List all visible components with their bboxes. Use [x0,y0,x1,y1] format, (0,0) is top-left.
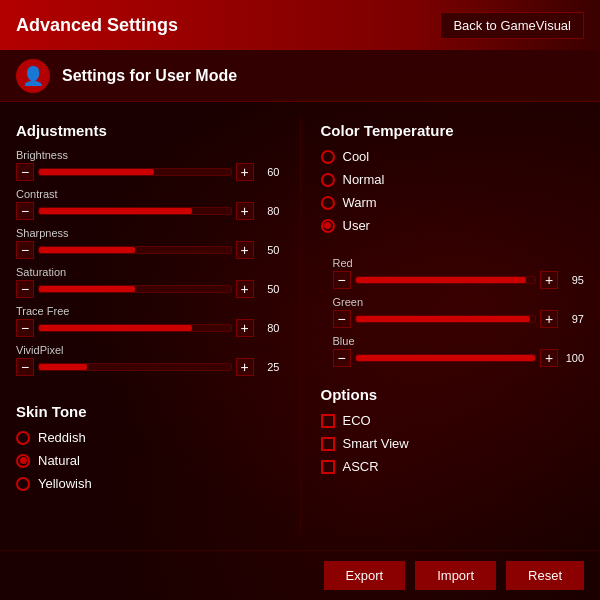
slider-row-trace-free: Trace Free − + 80 [16,305,280,337]
slider-value: 80 [258,205,280,217]
reset-button[interactable]: Reset [506,561,584,590]
slider-track[interactable] [38,363,232,371]
slider-controls: − + 80 [16,202,280,220]
rgb-slider-plus-button[interactable]: + [540,349,558,367]
export-button[interactable]: Export [324,561,406,590]
rgb-slider-minus-button[interactable]: − [333,271,351,289]
option-item-eco[interactable]: ECO [321,413,585,428]
radio-inner [324,222,331,229]
slider-minus-button[interactable]: − [16,358,34,376]
radio-label: User [343,218,370,233]
rgb-slider-minus-button[interactable]: − [333,310,351,328]
radio-outer[interactable] [16,431,30,445]
slider-plus-button[interactable]: + [236,163,254,181]
slider-track[interactable] [38,324,232,332]
slider-label: Trace Free [16,305,280,317]
rgb-slider-track[interactable] [355,354,537,362]
skin-tone-option-reddish[interactable]: Reddish [16,430,280,445]
radio-label: Natural [38,453,80,468]
footer: Export Import Reset [0,550,600,600]
radio-outer[interactable] [16,477,30,491]
slider-track[interactable] [38,246,232,254]
slider-plus-button[interactable]: + [236,202,254,220]
radio-outer[interactable] [321,173,335,187]
skin-tone-container: Reddish Natural Yellowish [16,430,280,491]
slider-label: Saturation [16,266,280,278]
color-temp-option-warm[interactable]: Warm [321,195,585,210]
radio-outer[interactable] [321,196,335,210]
user-mode-label: Settings for User Mode [62,67,237,85]
radio-label: Cool [343,149,370,164]
main-container: Advanced Settings Back to GameVisual 👤 S… [0,0,600,600]
rgb-slider-fill [356,316,530,322]
rgb-slider-plus-button[interactable]: + [540,310,558,328]
slider-track[interactable] [38,168,232,176]
rgb-slider-label: Blue [333,335,585,347]
color-temp-container: Cool Normal Warm User [321,149,585,233]
slider-row-vividpixel: VividPixel − + 25 [16,344,280,376]
rgb-slider-track[interactable] [355,276,537,284]
checkbox[interactable] [321,460,335,474]
slider-row-sharpness: Sharpness − + 50 [16,227,280,259]
import-button[interactable]: Import [415,561,496,590]
rgb-slider-value: 100 [562,352,584,364]
rgb-slider-track[interactable] [355,315,537,323]
slider-fill [39,325,192,331]
skin-tone-section: Skin Tone Reddish Natural Yellowish [16,399,280,499]
slider-value: 60 [258,166,280,178]
slider-fill [39,247,135,253]
radio-outer[interactable] [321,219,335,233]
slider-label: Brightness [16,149,280,161]
back-to-gamevisual-button[interactable]: Back to GameVisual [440,12,584,39]
slider-track[interactable] [38,285,232,293]
rgb-slider-plus-button[interactable]: + [540,271,558,289]
slider-plus-button[interactable]: + [236,319,254,337]
options-container: ECO Smart View ASCR [321,413,585,474]
adjustments-section: Adjustments Brightness − + 60 Contrast −… [16,118,280,383]
avatar-person-icon: 👤 [22,65,44,87]
slider-plus-button[interactable]: + [236,241,254,259]
slider-fill [39,286,135,292]
slider-minus-button[interactable]: − [16,241,34,259]
radio-label: Warm [343,195,377,210]
slider-controls: − + 50 [16,241,280,259]
slider-track[interactable] [38,207,232,215]
slider-minus-button[interactable]: − [16,280,34,298]
checkbox[interactable] [321,437,335,451]
slider-controls: − + 60 [16,163,280,181]
color-temp-option-cool[interactable]: Cool [321,149,585,164]
slider-plus-button[interactable]: + [236,280,254,298]
slider-row-saturation: Saturation − + 50 [16,266,280,298]
main-content: Adjustments Brightness − + 60 Contrast −… [0,102,600,550]
rgb-slider-label: Green [333,296,585,308]
option-item-ascr[interactable]: ASCR [321,459,585,474]
slider-controls: − + 95 [333,271,585,289]
slider-plus-button[interactable]: + [236,358,254,376]
rgb-slider-minus-button[interactable]: − [333,349,351,367]
radio-outer[interactable] [321,150,335,164]
slider-value: 50 [258,283,280,295]
slider-minus-button[interactable]: − [16,319,34,337]
color-temp-option-user[interactable]: User [321,218,585,233]
radio-inner [20,457,27,464]
radio-label: Yellowish [38,476,92,491]
skin-tone-option-natural[interactable]: Natural [16,453,280,468]
slider-minus-button[interactable]: − [16,202,34,220]
skin-tone-option-yellowish[interactable]: Yellowish [16,476,280,491]
slider-controls: − + 100 [333,349,585,367]
checkbox[interactable] [321,414,335,428]
option-item-smart-view[interactable]: Smart View [321,436,585,451]
checkbox-label: ECO [343,413,371,428]
sliders-container: Brightness − + 60 Contrast − + 80 Sharpn… [16,149,280,376]
slider-fill [39,169,154,175]
rgb-slider-value: 95 [562,274,584,286]
color-temp-option-normal[interactable]: Normal [321,172,585,187]
slider-minus-button[interactable]: − [16,163,34,181]
header-bar: Advanced Settings Back to GameVisual [0,0,600,50]
slider-row-brightness: Brightness − + 60 [16,149,280,181]
skin-tone-header: Skin Tone [16,403,280,420]
radio-outer[interactable] [16,454,30,468]
rgb-sliders-container: Red − + 95 Green − + 97 Blue − + 100 [321,257,585,367]
rgb-section: Red − + 95 Green − + 97 Blue − + 100 [321,257,585,374]
slider-row-contrast: Contrast − + 80 [16,188,280,220]
